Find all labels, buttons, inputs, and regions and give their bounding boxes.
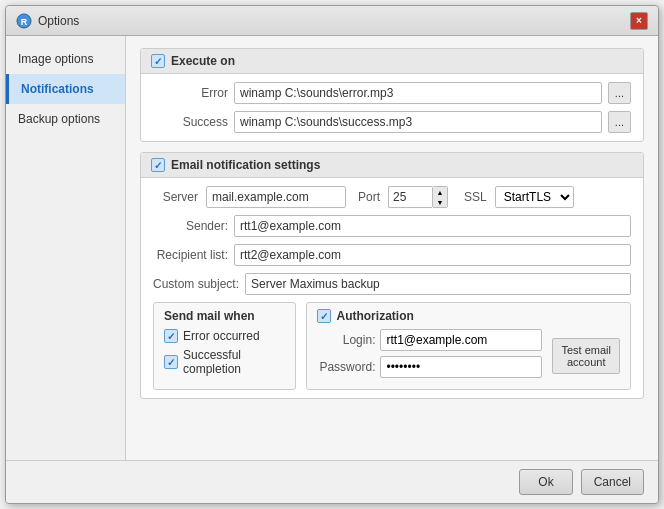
server-row: Server Port ▲ ▼ SSL StartTLS	[153, 186, 631, 208]
auth-fields: Login: Password:	[317, 329, 542, 383]
login-row: Login:	[317, 329, 542, 351]
successful-completion-label: Successful completion	[183, 348, 285, 376]
email-settings-title: Email notification settings	[171, 158, 320, 172]
email-settings-checkbox[interactable]	[151, 158, 165, 172]
login-input[interactable]	[380, 329, 542, 351]
port-spinbox: ▲ ▼	[432, 186, 448, 208]
sender-input[interactable]	[234, 215, 631, 237]
email-settings-header: Email notification settings	[141, 153, 643, 178]
sidebar-item-backup-options[interactable]: Backup options	[6, 104, 125, 134]
cancel-button[interactable]: Cancel	[581, 469, 644, 495]
success-row: Success ...	[153, 111, 631, 133]
two-column-section: Send mail when Error occurred Successful…	[153, 302, 631, 390]
recipient-input[interactable]	[234, 244, 631, 266]
execute-on-checkbox[interactable]	[151, 54, 165, 68]
svg-text:R: R	[21, 17, 28, 27]
test-email-button[interactable]: Test emailaccount	[552, 338, 620, 374]
ssl-select[interactable]: StartTLS None SSL/TLS	[495, 186, 574, 208]
port-input[interactable]	[388, 186, 432, 208]
email-settings-content: Server Port ▲ ▼ SSL StartTLS	[141, 178, 643, 398]
execute-on-title: Execute on	[171, 54, 235, 68]
success-browse-button[interactable]: ...	[608, 111, 631, 133]
subject-row: Custom subject:	[153, 273, 631, 295]
password-row: Password:	[317, 356, 542, 378]
error-occurred-checkbox[interactable]	[164, 329, 178, 343]
options-dialog: R Options × Image options Notifications …	[5, 5, 659, 504]
ssl-label: SSL	[464, 190, 487, 204]
authorization-header: Authorization	[317, 309, 620, 323]
successful-completion-checkbox[interactable]	[164, 355, 178, 369]
authorization-title: Authorization	[336, 309, 413, 323]
execute-on-content: Error ... Success ...	[141, 74, 643, 141]
recipient-label: Recipient list:	[153, 248, 228, 262]
server-label: Server	[153, 190, 198, 204]
sender-label: Sender:	[153, 219, 228, 233]
authorization-column: Authorization Login: Password:	[306, 302, 631, 390]
main-content: Execute on Error ... Success ...	[126, 36, 658, 460]
port-label: Port	[358, 190, 380, 204]
send-mail-header: Send mail when	[164, 309, 285, 323]
port-group: ▲ ▼	[388, 186, 448, 208]
authorization-checkbox[interactable]	[317, 309, 331, 323]
title-bar-left: R Options	[16, 13, 79, 29]
subject-input[interactable]	[245, 273, 631, 295]
execute-on-header: Execute on	[141, 49, 643, 74]
sidebar-item-notifications[interactable]: Notifications	[6, 74, 125, 104]
success-label: Success	[153, 115, 228, 129]
login-label: Login:	[317, 333, 375, 347]
password-label: Password:	[317, 360, 375, 374]
error-input[interactable]	[234, 82, 602, 104]
port-spin-down[interactable]: ▼	[433, 197, 447, 207]
close-button[interactable]: ×	[630, 12, 648, 30]
error-row: Error ...	[153, 82, 631, 104]
auth-rows: Login: Password: Test emailaccount	[317, 329, 620, 383]
title-bar: R Options ×	[6, 6, 658, 36]
email-settings-section: Email notification settings Server Port …	[140, 152, 644, 399]
send-mail-column: Send mail when Error occurred Successful…	[153, 302, 296, 390]
port-spin-up[interactable]: ▲	[433, 187, 447, 197]
dialog-footer: Ok Cancel	[6, 460, 658, 503]
password-input[interactable]	[380, 356, 542, 378]
dialog-title: Options	[38, 14, 79, 28]
error-occurred-row: Error occurred	[164, 329, 285, 343]
error-browse-button[interactable]: ...	[608, 82, 631, 104]
subject-label: Custom subject:	[153, 277, 239, 291]
ok-button[interactable]: Ok	[519, 469, 572, 495]
sender-row: Sender:	[153, 215, 631, 237]
dialog-body: Image options Notifications Backup optio…	[6, 36, 658, 460]
successful-completion-row: Successful completion	[164, 348, 285, 376]
sidebar-item-image-options[interactable]: Image options	[6, 44, 125, 74]
execute-on-section: Execute on Error ... Success ...	[140, 48, 644, 142]
error-occurred-label: Error occurred	[183, 329, 260, 343]
sidebar: Image options Notifications Backup optio…	[6, 36, 126, 460]
recipient-row: Recipient list:	[153, 244, 631, 266]
app-icon: R	[16, 13, 32, 29]
server-input[interactable]	[206, 186, 346, 208]
error-label: Error	[153, 86, 228, 100]
success-input[interactable]	[234, 111, 602, 133]
send-mail-title: Send mail when	[164, 309, 255, 323]
